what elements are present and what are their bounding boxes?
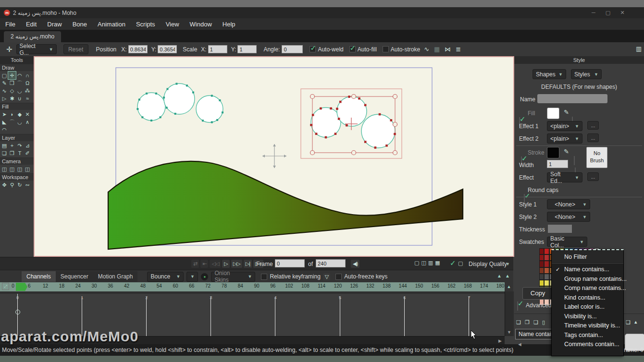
swatch-0-0[interactable] — [539, 248, 544, 254]
panel-columns-icon[interactable]: ▥ — [636, 45, 642, 52]
onion-skin-toggle-icon[interactable]: ● — [201, 273, 208, 280]
maximize-button[interactable]: ▢ — [601, 10, 615, 16]
effect2-dropdown[interactable]: <plain>▼ — [547, 133, 582, 144]
curve-profile-tool-icon[interactable]: ∪ — [16, 95, 24, 102]
menu-item-label-color-is[interactable]: Label color is... — [552, 302, 623, 312]
draw-shape-tool-icon[interactable]: ❒ — [8, 79, 16, 87]
select-group-dropdown[interactable]: Select G...▼ — [16, 44, 57, 54]
menu-item-timeline-visibility-is[interactable]: Timeline visibility is... — [552, 321, 623, 331]
rotate-layer-tool-icon[interactable]: ↷ — [16, 142, 24, 149]
effect1-options-button[interactable]: ... — [587, 121, 599, 130]
single-view-icon[interactable]: ▢ — [414, 260, 419, 266]
hide-edge-tool-icon[interactable]: ∧ — [24, 118, 31, 126]
layer-pen-tool-icon[interactable]: ✐ — [24, 149, 31, 157]
select-shape-tool-icon[interactable]: ➤ — [0, 110, 8, 118]
stroke-eyedropper-icon[interactable]: ✎ — [564, 148, 569, 155]
transform-handle[interactable] — [352, 151, 356, 155]
layer-filter-input[interactable]: Name contains... — [515, 329, 556, 339]
menu-edit[interactable]: Edit — [21, 21, 42, 28]
effect1-dropdown[interactable]: <plain>▼ — [547, 121, 582, 131]
stroke-effect-options-button[interactable]: ... — [587, 172, 599, 181]
canvas-viewport[interactable] — [34, 56, 514, 257]
relative-keyframing-checkbox[interactable] — [261, 274, 267, 280]
scroll-left-icon[interactable]: ◄ — [517, 341, 522, 347]
menu-item-group-name-contains[interactable]: Group name contains... — [552, 275, 623, 284]
play-button-icon[interactable]: ▷ — [222, 260, 229, 268]
go-to-end-button-icon[interactable]: ▷| — [244, 260, 252, 268]
swatch-0-1[interactable] — [544, 248, 549, 254]
magnet-tool-icon[interactable]: Ω — [24, 79, 31, 87]
timeline-expand-icon[interactable]: ▲ — [505, 273, 510, 278]
roll-camera-tool-icon[interactable]: ◫ — [16, 165, 24, 173]
swatch-2-0[interactable] — [539, 261, 544, 267]
scroll-up-small-icon[interactable]: ▴ — [634, 319, 637, 325]
interpolation-options-dropdown[interactable]: ▼ — [186, 272, 198, 282]
auto-fill-checkbox[interactable]: ✓ — [349, 46, 356, 52]
new-group-icon[interactable]: ❏ — [533, 319, 538, 326]
select-points-tool-icon[interactable]: ▢ — [0, 72, 8, 79]
duplicate-layer-icon[interactable]: ❐ — [525, 319, 530, 326]
show-welds-icon[interactable]: ∿ — [424, 46, 429, 53]
onion-skins-dropdown[interactable]: Onion Skins▼ — [211, 272, 255, 282]
close-button[interactable]: ✕ — [615, 10, 630, 16]
line-width-tool-icon[interactable]: ◣ — [0, 118, 8, 126]
swatch-3-1[interactable] — [544, 267, 549, 274]
noise-tool-icon[interactable]: ∿ — [0, 87, 8, 95]
total-frames-input[interactable] — [316, 259, 346, 267]
menu-file[interactable]: File — [0, 21, 21, 28]
scale-y-input[interactable] — [237, 45, 257, 53]
stroke-color-swatch[interactable] — [547, 147, 559, 158]
rotate-workspace-tool-icon[interactable]: ↻ — [16, 181, 24, 189]
auto-freeze-checkbox[interactable] — [335, 274, 342, 280]
swatch-3-0[interactable] — [539, 267, 544, 274]
shear-layer-tool-icon[interactable]: ⊿ — [24, 142, 31, 149]
swatch-2-1[interactable] — [544, 261, 549, 267]
scatter-brush-tool-icon[interactable]: ⁂ — [24, 87, 31, 95]
split-view-3-icon[interactable]: ▥ — [428, 260, 433, 266]
position-y-input[interactable] — [158, 45, 177, 53]
hill-shape[interactable] — [108, 161, 463, 249]
step-back-button-icon[interactable]: ⇤ — [200, 260, 208, 268]
sound-icon[interactable]: ◀) — [351, 260, 359, 268]
menu-item-no-filter[interactable]: No Filter — [552, 250, 623, 263]
blob-brush-tool-icon[interactable]: ◇ — [8, 87, 16, 95]
playhead-handle[interactable] — [15, 310, 20, 314]
split-view-2-icon[interactable]: ◫ — [421, 260, 426, 266]
auto-stroke-checkbox[interactable] — [383, 46, 389, 52]
transform-handle[interactable] — [352, 95, 356, 99]
menu-bone[interactable]: Bone — [67, 21, 92, 28]
menu-window[interactable]: Window — [185, 21, 217, 28]
style1-dropdown[interactable]: <None>▼ — [547, 199, 590, 209]
tab-motion-graph[interactable]: Motion Graph — [93, 271, 138, 282]
delete-shape-tool-icon[interactable]: ✕ — [24, 110, 31, 118]
menu-item-name-contains[interactable]: ✓Name contains... — [552, 265, 623, 275]
stroke-effect-dropdown[interactable]: Soft Ed...▼ — [547, 172, 582, 182]
menu-item-kind-contains[interactable]: Kind contains... — [552, 293, 623, 303]
swatch-1-0[interactable] — [539, 254, 544, 261]
playhead-marker[interactable] — [16, 283, 27, 291]
style2-dropdown[interactable]: <None>▼ — [547, 212, 590, 222]
fill-eyedropper-icon[interactable]: ✎ — [564, 109, 569, 116]
scale-x-input[interactable] — [208, 45, 227, 53]
loop-mode-button-icon[interactable]: ⇄ — [191, 260, 199, 268]
bend-points-tool-icon[interactable]: ◡ — [16, 87, 24, 95]
frame-input[interactable] — [275, 259, 305, 267]
transform-handle[interactable] — [393, 122, 397, 127]
text-tool-icon[interactable]: T — [16, 149, 24, 157]
transform-handle[interactable] — [310, 151, 315, 155]
keyframe-mode-icon[interactable]: ▽ — [323, 273, 330, 280]
effect2-options-button[interactable]: ... — [587, 133, 599, 142]
display-check-icon[interactable]: ✓ — [450, 259, 456, 267]
stroke-layers-icon[interactable]: ≣ — [456, 46, 461, 53]
position-x-input[interactable] — [128, 45, 148, 53]
new-layer-tool-icon[interactable]: ▤ — [0, 142, 8, 149]
split-view-4-icon[interactable]: ▦ — [435, 260, 440, 266]
zoom-workspace-tool-icon[interactable]: ⚲ — [8, 181, 16, 189]
frame-bounds-icon[interactable]: ▢ — [458, 260, 463, 266]
swatch-1-1[interactable] — [544, 254, 549, 261]
duplicate-layer-tool-icon[interactable]: ❐ — [8, 149, 16, 157]
pan-tilt-camera-tool-icon[interactable]: ◫ — [24, 165, 31, 173]
fill-color-swatch[interactable] — [547, 108, 559, 119]
transform-handle[interactable] — [393, 151, 397, 155]
scroll-right-icon[interactable]: ▶ — [498, 338, 502, 343]
